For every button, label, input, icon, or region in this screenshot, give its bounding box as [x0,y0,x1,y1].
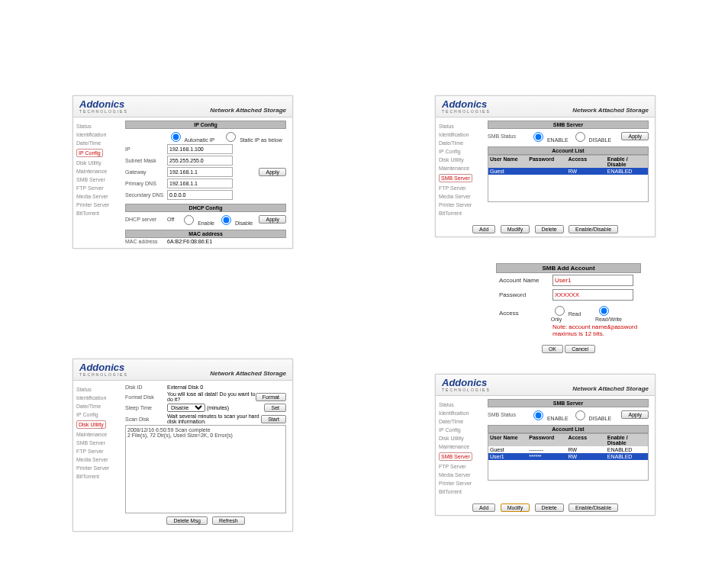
nav-bittorrent[interactable]: BitTorrent [76,209,122,217]
start-button[interactable]: Start [261,415,286,423]
nav-datetime[interactable]: Date/Time [76,139,122,147]
account-name-input[interactable] [552,275,633,286]
modify-button[interactable]: Modify [501,503,530,512]
nav-ftpserver[interactable]: FTP Server [439,462,485,471]
nav-smbserver[interactable]: SMB Server [76,439,122,447]
nav-maintenance[interactable]: Maintenance [439,442,485,451]
smb-disable[interactable]: DISABLE [572,130,612,143]
subnet-input[interactable] [167,156,233,166]
dhcp-enable[interactable]: Enable [180,213,214,226]
nav-datetime[interactable]: Date/Time [439,417,485,426]
nav-mediaserver[interactable]: Media Server [76,192,122,201]
refresh-button[interactable]: Refresh [212,516,245,525]
auto-ip-radio[interactable]: Automatic IP [167,130,214,143]
nav-smbserver[interactable]: SMB Server [439,174,472,182]
nav-ftpserver[interactable]: FTP Server [76,447,122,455]
nav-smbserver[interactable]: SMB Server [76,175,122,184]
add-button[interactable]: Add [472,503,495,512]
ip-input[interactable] [167,144,233,154]
format-button[interactable]: Format [256,393,286,401]
delete-button[interactable]: Delete [535,225,564,233]
note-line2: maximus is 12 bits. [496,330,641,337]
table-row[interactable]: Guest -------- RW ENABLED [488,446,648,453]
nav-datetime[interactable]: Date/Time [439,139,485,147]
nav-smbserver[interactable]: SMB Server [439,452,472,461]
nav-diskutility[interactable]: Disk Utility [439,156,485,164]
nav-maintenance[interactable]: Maintenance [439,164,485,172]
smb-apply-button[interactable]: Apply [621,132,649,140]
nav-bittorrent[interactable]: BitTorrent [439,209,485,217]
add-button[interactable]: Add [472,225,495,233]
delete-button[interactable]: Delete [535,503,564,512]
nav-identification[interactable]: Identification [76,394,122,402]
smb-enable[interactable]: ENABLE [530,408,569,421]
nav-identification[interactable]: Identification [439,409,485,417]
nav-ipconfig[interactable]: IP Config [76,410,122,419]
nav-diskutility[interactable]: Disk Utility [76,420,106,429]
account-list: User Name Password Access Enable / Disab… [488,433,649,481]
ok-button[interactable]: OK [542,345,563,353]
footer-buttons: Add Modify Delete Enable/Disable [436,222,655,236]
smb-apply-button[interactable]: Apply [621,410,649,419]
nav-mediaserver[interactable]: Media Server [76,455,122,464]
gateway-input[interactable] [167,167,233,177]
nav-status[interactable]: Status [76,385,122,394]
nav-bittorrent[interactable]: BitTorrent [76,472,122,481]
nav-maintenance[interactable]: Maintenance [76,430,122,439]
disk-panel: Addonics TECHNOLOGIES Network Attached S… [72,359,293,532]
nav-ftpserver[interactable]: FTP Server [76,184,122,192]
mac-value: 6A:B2:F6:08:86:E1 [167,239,212,244]
account-list-header: Account List [488,146,649,155]
nav-printerserver[interactable]: Printer Server [76,201,122,209]
log-box: 2008/12/16 6:50:59 Scan complete 2 File(… [125,425,286,513]
nav-datetime[interactable]: Date/Time [76,402,122,410]
scan-text: Wait several minutes to scan your hard d… [167,413,261,424]
nav-identification[interactable]: Identification [76,130,122,139]
nav-ftpserver[interactable]: FTP Server [439,184,485,192]
nav-printerserver[interactable]: Printer Server [76,464,122,472]
nav-maintenance[interactable]: Maintenance [76,167,122,175]
mac-section: MAC address [125,230,286,238]
table-row[interactable]: User1 ****** RW ENABLED [488,453,648,460]
dhcp-apply-button[interactable]: Apply [259,215,286,224]
sidebar: Status Identification Date/Time IP Confi… [73,117,125,248]
nav-mediaserver[interactable]: Media Server [439,471,485,479]
nav-printerserver[interactable]: Printer Server [439,201,485,209]
static-ip-radio[interactable]: Static IP as below [222,130,282,143]
apply-button[interactable]: Apply [259,168,286,176]
set-button[interactable]: Set [264,404,286,412]
logo-sub: TECHNOLOGIES [442,388,491,392]
modify-button[interactable]: Modify [501,225,530,233]
enable-disable-button[interactable]: Enable/Disable [569,503,618,512]
smb-disable[interactable]: DISABLE [572,408,612,421]
nav-ipconfig[interactable]: IP Config [76,149,103,157]
modal-title: SMB Add Account [496,263,641,273]
sdns-input[interactable] [167,190,233,200]
readwrite-radio[interactable]: Read/Write [595,304,638,322]
header: Addonics TECHNOLOGIES Network Attached S… [73,96,292,117]
nav-status[interactable]: Status [76,122,122,130]
header: Addonics TECHNOLOGIES Network Attached S… [436,375,655,396]
readonly-radio[interactable]: Read Only [551,304,592,322]
account-list: User Name Password Access Enable / Disab… [488,155,649,202]
account-pass-input[interactable] [552,289,633,301]
nav-identification[interactable]: Identification [439,130,485,139]
cancel-button[interactable]: Cancel [565,345,595,353]
dhcp-disable[interactable]: Disable [217,213,253,226]
nav-diskutility[interactable]: Disk Utility [76,159,122,167]
enable-disable-button[interactable]: Enable/Disable [569,225,618,233]
nav-status[interactable]: Status [439,122,485,130]
nav-mediaserver[interactable]: Media Server [439,192,485,201]
nav-ipconfig[interactable]: IP Config [439,147,485,156]
nav-status[interactable]: Status [439,401,485,409]
dhcp-off[interactable]: Off [167,217,174,222]
nav-printerserver[interactable]: Printer Server [439,479,485,487]
delete-msg-button[interactable]: Delete Msg [166,516,207,525]
smb-enable[interactable]: ENABLE [530,130,569,143]
nav-diskutility[interactable]: Disk Utility [439,434,485,442]
table-row[interactable]: Guest RW ENABLED [488,168,648,175]
pdns-input[interactable] [167,179,233,188]
nav-bittorrent[interactable]: BitTorrent [439,487,485,496]
sleep-select[interactable]: Disable [167,404,205,412]
nav-ipconfig[interactable]: IP Config [439,426,485,434]
